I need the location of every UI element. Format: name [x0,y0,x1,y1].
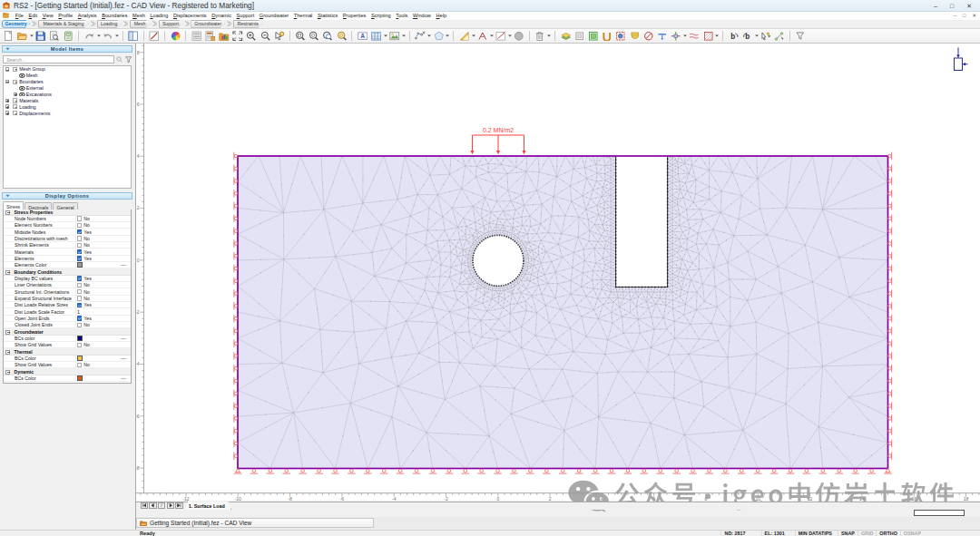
property-row-elements-color[interactable]: Elements Color— [4,262,131,268]
project-settings-icon[interactable] [217,30,230,42]
rotate-ccw-icon[interactable]: b [740,30,754,42]
image-tool-dropdown-icon[interactable] [402,30,407,42]
menu-profile[interactable]: Profile [56,12,75,19]
angle-tool-icon[interactable] [475,30,489,42]
property-row-show-grid-values[interactable]: Show Grid ValuesNo [4,342,131,348]
color-swatch[interactable] [77,262,83,268]
menu-analysis[interactable]: Analysis [75,12,99,19]
assign-box-icon[interactable] [573,30,586,42]
checkbox-unchecked-icon[interactable] [77,343,82,347]
status-ortho[interactable]: ORTHO [876,531,899,536]
menu-loading[interactable]: Loading [148,12,172,19]
redo-icon[interactable] [101,30,114,42]
mdi-restore-icon[interactable]: □ [963,13,965,18]
property-row-dist-loads-relative-sizes[interactable]: Dist Loads Relative SizesYes [4,302,131,308]
section-collapse-icon[interactable] [5,350,10,355]
property-row-node-numbers[interactable]: Node NumbersNo [4,216,131,222]
visibility-dropdown-icon[interactable] [13,67,18,72]
circle-tool-icon[interactable] [512,30,525,42]
collapse-box-icon[interactable] [5,80,10,84]
tree-item-mesh[interactable]: Mesh [4,73,131,79]
delete-tool-icon[interactable] [534,30,547,42]
tree-item-boundaries[interactable]: Boundaries [4,79,131,85]
polygon-tool-dropdown-icon[interactable] [446,30,450,42]
status-snap[interactable]: SNAP [838,531,858,536]
eye-icon[interactable] [19,93,25,97]
edit-nodes-icon[interactable] [772,30,786,42]
menu-thermal[interactable]: Thermal [291,12,315,19]
grid-table-icon[interactable] [369,30,383,42]
checkbox-checked-icon[interactable] [77,249,82,254]
workflow-tab-mesh[interactable]: Mesh [130,20,151,28]
workflow-tab-materials-staging[interactable]: Materials & Staging [38,20,89,28]
model-items-header[interactable]: Model Items [2,45,132,53]
new-file-icon[interactable] [2,30,15,42]
display-options-header[interactable]: Display Options [2,192,132,200]
property-row-display-bc-values[interactable]: Display BC valuesYes [4,276,131,282]
polygon-tool-icon[interactable] [432,30,446,42]
expand-box-icon[interactable] [14,93,18,97]
distributed-load[interactable]: 0.2 MN/m2 [470,127,525,155]
tree-item-loading[interactable]: Loading [4,103,131,110]
dimension-tool-icon[interactable] [494,30,507,42]
checkbox-unchecked-icon[interactable] [77,243,82,248]
undo-icon[interactable] [83,30,96,42]
menu-file[interactable]: File [13,12,26,19]
tree-item-excavations[interactable]: Excavations [4,92,131,98]
checkbox-unchecked-icon[interactable] [77,216,82,220]
workflow-tab-geometry[interactable]: Geometry [2,20,30,28]
more-button[interactable]: — [121,375,126,381]
tree-item-external[interactable]: External [4,85,131,92]
view-tab-1-surface-load[interactable]: 1. Surface Load [185,502,231,510]
expand-box-icon[interactable] [5,111,10,115]
zoom-highlight-icon[interactable] [335,30,348,42]
model-view[interactable]: 0.2 MN/m286420-2-4-6-8-12-10-8-6-4-20246… [136,44,980,501]
assign-window-icon[interactable] [586,30,600,42]
search-icon[interactable] [116,56,123,63]
list-view-icon[interactable] [190,30,203,42]
property-row-show-grid-values[interactable]: Show Grid ValuesNo [4,362,131,368]
color-swatch[interactable] [77,356,83,361]
columns-icon[interactable] [126,30,140,42]
menu-support[interactable]: Support [234,12,257,19]
more-button[interactable]: — [121,336,126,341]
mdi-minimize-icon[interactable]: – [954,13,956,18]
package-icon[interactable] [62,30,75,42]
property-row-closed-joint-ends[interactable]: Closed Joint EndsNo [4,322,131,328]
move-nodes-icon[interactable] [759,30,772,42]
assign-materials-icon[interactable] [559,30,573,42]
delete-tool-dropdown-icon[interactable] [547,30,552,42]
visibility-dropdown-icon[interactable] [13,111,18,115]
viewtab-nav-menu-icon[interactable]: 𝑓 [158,502,166,510]
text-box-icon[interactable]: A [356,30,369,42]
color-swatch[interactable] [77,375,83,381]
zoom-in-icon[interactable] [245,30,259,42]
water-table-icon[interactable] [655,30,669,42]
viewtab-nav-prev-icon[interactable] [149,502,157,510]
eye-icon[interactable] [19,73,25,78]
menu-groundwater[interactable]: Groundwater [257,12,291,19]
checkbox-unchecked-icon[interactable] [77,363,82,367]
status-min-datatips[interactable]: MIN DATATIPS [795,531,838,536]
checkbox-unchecked-icon[interactable] [77,223,82,228]
visibility-dropdown-icon[interactable] [13,80,18,84]
checkbox-checked-icon[interactable] [77,316,82,320]
property-value[interactable]: 1 [77,309,80,315]
zoom-extents-icon[interactable] [230,30,244,42]
zoom-all-icon[interactable] [307,30,320,42]
property-row-bcs-color[interactable]: BCs color— [4,336,131,342]
menu-statistics[interactable]: Statistics [315,12,340,19]
no-assign-icon[interactable] [642,30,655,42]
collapse-box-icon[interactable] [5,67,10,72]
checkbox-checked-icon[interactable] [77,256,82,260]
minimize-icon[interactable]: – [934,0,937,12]
measure-tool-icon[interactable] [457,30,471,42]
color-wheel-icon[interactable] [169,30,182,42]
polyline-tool-icon[interactable] [414,30,427,42]
property-row-discretizations-with-mesh[interactable]: Discretizations with meshNo [4,236,131,242]
menu-displacements[interactable]: Displacements [171,12,209,19]
checkbox-unchecked-icon[interactable] [77,289,82,294]
viewtab-nav-last-icon[interactable] [175,502,183,510]
zoom-out-icon[interactable] [259,30,272,42]
workflow-tab-support[interactable]: Support [159,20,183,28]
